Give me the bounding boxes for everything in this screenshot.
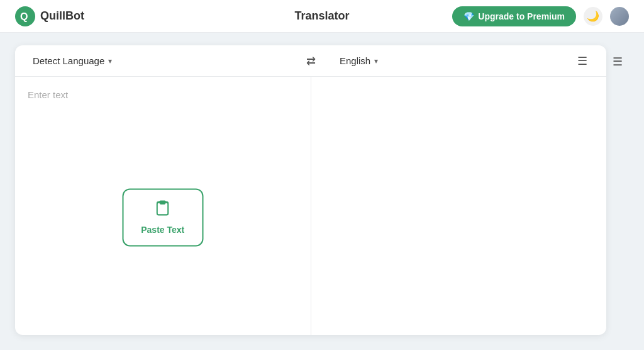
target-text-output[interactable] <box>311 77 607 335</box>
source-language-panel: Detect Language ▾ <box>15 52 299 70</box>
history-button[interactable]: ☰ <box>571 50 594 72</box>
upgrade-button[interactable]: 💎 Upgrade to Premium <box>452 6 576 26</box>
source-text-input[interactable] <box>15 77 311 335</box>
target-chevron-icon: ▾ <box>374 57 378 65</box>
list-icon: ☰ <box>613 55 623 69</box>
text-areas: Enter text Paste Tex <box>15 77 606 335</box>
source-chevron-icon: ▾ <box>108 57 112 65</box>
logo-text: QuillBot <box>40 9 84 23</box>
upgrade-label: Upgrade to Premium <box>478 11 565 21</box>
app-header: Q QuillBot Translator 💎 Upgrade to Premi… <box>0 0 644 33</box>
side-panel: ☰ <box>606 45 629 72</box>
target-language-selector[interactable]: English ▾ <box>335 52 383 70</box>
source-language-selector[interactable]: Detect Language ▾ <box>28 52 117 70</box>
target-language-label: English <box>340 55 370 66</box>
swap-icon: ⇄ <box>306 54 316 68</box>
theme-toggle-button[interactable]: 🌙 <box>584 7 602 26</box>
source-text-panel: Enter text Paste Tex <box>15 77 311 335</box>
moon-icon: 🌙 <box>587 10 599 22</box>
source-language-label: Detect Language <box>33 55 104 66</box>
language-bar: Detect Language ▾ ⇄ English ▾ ☰ <box>15 45 606 77</box>
side-panel-button[interactable]: ☰ <box>608 52 628 72</box>
page-title: Translator <box>294 9 349 23</box>
swap-languages-button[interactable]: ⇄ <box>299 50 322 72</box>
target-language-panel: English ▾ ☰ <box>322 50 606 72</box>
svg-text:Q: Q <box>20 11 28 22</box>
target-text-panel <box>311 77 607 335</box>
diamond-icon: 💎 <box>464 11 474 21</box>
main-content: Detect Language ▾ ⇄ English ▾ ☰ <box>0 33 644 350</box>
avatar[interactable] <box>610 7 629 26</box>
quillbot-logo-icon: Q <box>15 6 35 26</box>
history-icon: ☰ <box>577 54 587 68</box>
header-actions: 💎 Upgrade to Premium 🌙 <box>452 6 629 26</box>
logo-area: Q QuillBot <box>15 6 84 26</box>
translator-card: Detect Language ▾ ⇄ English ▾ ☰ <box>15 45 606 335</box>
